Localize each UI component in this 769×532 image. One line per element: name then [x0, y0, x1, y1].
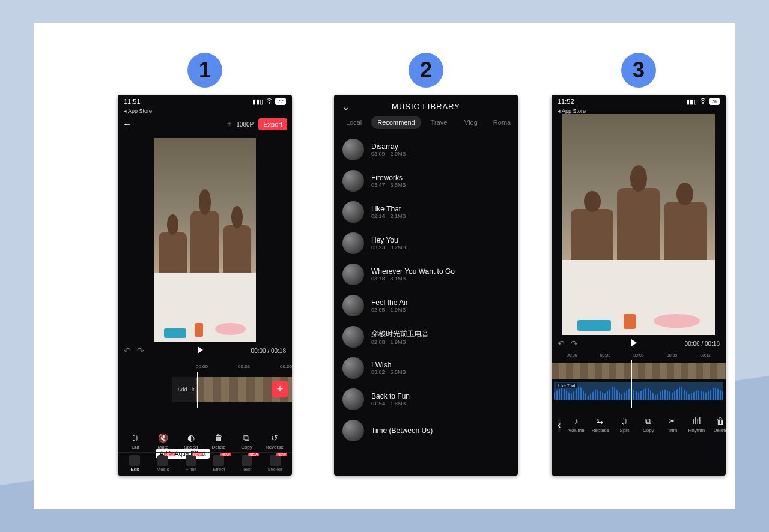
signal-icon: ▮▮▯ [686, 98, 697, 106]
signal-icon: ▮▮▯ [252, 98, 263, 106]
replace-tool[interactable]: ⇆Replace [588, 416, 612, 433]
filter-icon [186, 455, 196, 466]
reverse-tool[interactable]: ↺Reverse [263, 432, 287, 450]
track-info: 03:02 5.6MB [371, 369, 406, 375]
camera-icon[interactable]: ⌗ [227, 120, 231, 128]
music-library-title: MUSIC LIBRARY [392, 102, 460, 111]
music-tab-travel[interactable]: Travel [425, 116, 455, 129]
back-to-store[interactable]: ◂ App Store [552, 108, 726, 114]
rhythm-icon: ılıl [691, 416, 702, 426]
delete-tool[interactable]: 🗑Delete [207, 432, 231, 450]
back-arrow-icon[interactable]: ← [123, 119, 132, 130]
phone-audio-editor: 11:52 ▮▮▯ 76 ◂ App Store ↶ ↷ 00:06 / 00:… [552, 95, 726, 476]
music-tab-local[interactable]: Local [340, 116, 368, 129]
music-tab-recommend[interactable]: Recommend [371, 116, 421, 129]
split-tool[interactable]: ⟮⟯Split [612, 416, 636, 433]
track-artwork [342, 264, 364, 285]
copy-tool[interactable]: ⧉Copy [636, 416, 660, 433]
tab-text[interactable]: NEWText [236, 455, 258, 472]
new-badge: NEW [220, 453, 231, 456]
track-item[interactable]: Wherever You Want to Go03:18 3.1MB [334, 259, 518, 290]
track-info: 03:09 2.9MB [371, 151, 406, 157]
back-to-store[interactable]: ◂ App Store [118, 108, 292, 114]
playhead[interactable] [631, 360, 632, 408]
tab-edit[interactable]: Edit [124, 455, 146, 472]
text-icon [242, 455, 252, 466]
rhythm-tool[interactable]: ılılRhythm [684, 416, 708, 433]
audio-clip[interactable]: Like That [554, 382, 723, 400]
svg-point-1 [702, 103, 704, 104]
bottom-tab-row: EditNEWMusicNEWFilterNEWEffectNEWTextNEW… [118, 452, 292, 473]
status-time: 11:51 [124, 98, 141, 105]
track-info: 02:08 1.9MB [371, 339, 429, 345]
speed-tool[interactable]: ◐Speed [179, 432, 203, 450]
track-item[interactable]: Time (Between Us) [334, 415, 518, 446]
tab-music[interactable]: NEWMusic [152, 455, 174, 472]
resolution-label[interactable]: 1080P [236, 121, 254, 128]
track-item[interactable]: Feel the Air02:05 1.9MB [334, 290, 518, 321]
track-artwork [342, 232, 364, 254]
sticker-icon [270, 455, 281, 466]
playhead[interactable] [197, 372, 198, 408]
battery-icon: 77 [275, 98, 286, 105]
track-list[interactable]: Disarray03:09 2.9MBFireworks03:47 3.5MBL… [334, 134, 518, 446]
cut-tool[interactable]: ⟮⟯Cut [123, 432, 147, 450]
trim-tool[interactable]: ✂Trim [660, 416, 684, 433]
track-info: 03:18 3.1MB [371, 276, 455, 282]
track-name: Back to Fun [371, 392, 410, 401]
track-name: Hey You [371, 236, 406, 244]
music-tab-roma[interactable]: Roma [487, 116, 517, 129]
undo-icon[interactable]: ↶ [558, 339, 565, 348]
volume-icon: ♪ [571, 416, 582, 426]
track-info: 03:47 3.5MB [371, 182, 406, 188]
music-tab-vlog[interactable]: Vlog [458, 116, 484, 129]
track-artwork [342, 139, 364, 160]
track-artwork [342, 201, 364, 223]
timeline[interactable]: 00:00 00:03 00:06 Add Title + [118, 364, 292, 430]
video-preview[interactable] [562, 114, 715, 335]
mute-icon: 🔇 [157, 432, 168, 443]
copy-icon: ⧉ [241, 432, 252, 443]
track-item[interactable]: I Wish03:02 5.6MB [334, 352, 518, 384]
step-badge-1: 1 [187, 53, 222, 88]
tab-filter[interactable]: NEWFilter [180, 455, 202, 472]
add-clip-button[interactable]: + [272, 381, 288, 397]
music-category-tabs: LocalRecommendTravelVlogRoma [334, 116, 518, 134]
copy-tool[interactable]: ⧉Copy [234, 432, 258, 450]
tab-effect[interactable]: NEWEffect [208, 455, 230, 472]
tab-sticker[interactable]: NEWSticker [264, 455, 286, 472]
time-display: 00:00 / 00:18 [251, 348, 286, 354]
delete-icon: 🗑 [715, 416, 726, 426]
track-name: 穿梭时光前卫电音 [371, 329, 429, 339]
track-name: Disarray [371, 142, 406, 151]
track-item[interactable]: Back to Fun01:54 1.8MB [334, 384, 518, 415]
timeline[interactable]: 00:0000:0300:0600:0900:12 Like That [552, 353, 726, 413]
status-bar: 11:51 ▮▮▯ 77 [118, 95, 292, 108]
track-item[interactable]: Like That02:14 2.1MB [334, 196, 518, 228]
collapse-chevron-icon[interactable]: ⌄ [342, 102, 350, 112]
redo-icon[interactable]: ↷ [137, 346, 144, 355]
play-button[interactable] [631, 339, 637, 348]
track-artwork [342, 326, 364, 348]
undo-icon[interactable]: ↶ [124, 346, 131, 355]
track-item[interactable]: Disarray03:09 2.9MB [334, 134, 518, 165]
status-bar: 11:52 ▮▮▯ 76 [552, 95, 726, 108]
tool-back-button[interactable]: ‹ [558, 418, 561, 432]
redo-icon[interactable]: ↷ [571, 339, 578, 348]
export-button[interactable]: Export [258, 118, 287, 130]
delete-tool[interactable]: 🗑Delete [708, 416, 726, 433]
track-artwork [342, 357, 364, 379]
mute-tool[interactable]: 🔇Mute [151, 432, 175, 450]
phone-editor: 11:51 ▮▮▯ 77 ◂ App Store ← ⌗ 1080P Expor… [118, 95, 292, 476]
video-clip[interactable] [552, 363, 726, 379]
play-button[interactable] [198, 346, 203, 355]
track-info: 01:54 1.8MB [371, 401, 410, 407]
track-item[interactable]: Hey You03:23 3.2MB [334, 228, 518, 259]
phone-music-library: ⌄ MUSIC LIBRARY LocalRecommendTravelVlog… [334, 95, 518, 476]
volume-tool[interactable]: ♪Volume [564, 416, 588, 433]
track-item[interactable]: Fireworks03:47 3.5MB [334, 165, 518, 196]
track-name: Like That [371, 205, 406, 213]
video-preview[interactable] [154, 138, 256, 342]
split-icon: ⟮⟯ [619, 416, 630, 426]
track-item[interactable]: 穿梭时光前卫电音02:08 1.9MB [334, 321, 518, 352]
